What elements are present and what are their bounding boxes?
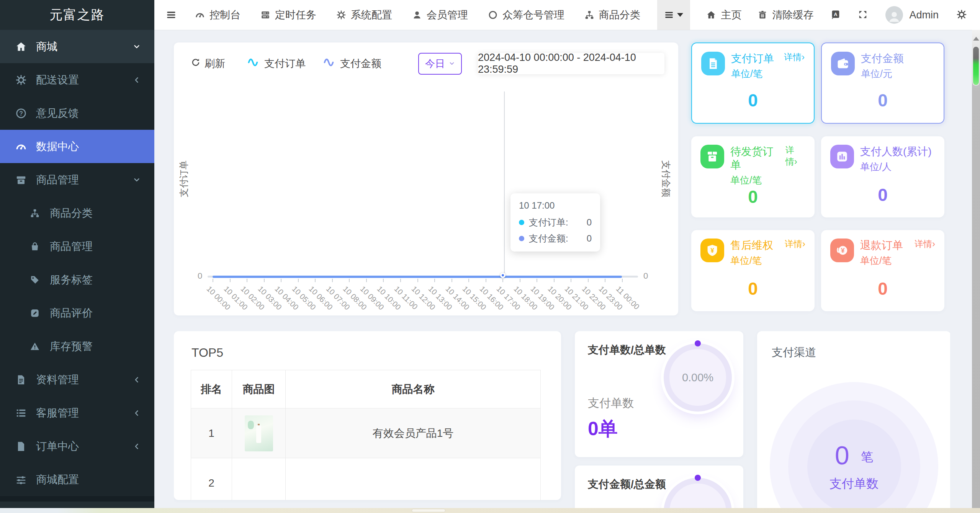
box-icon xyxy=(15,174,28,186)
top5-card: TOP5 排名商品图商品名称 1有效会员产品1号2 xyxy=(174,331,561,500)
translate-button[interactable]: A xyxy=(830,9,841,21)
hover-crosshair-line xyxy=(504,91,505,276)
nav-item-label: 商品分类 xyxy=(599,8,640,22)
sidebar-item-商城配置[interactable]: 商城配置 xyxy=(0,463,154,496)
home-link[interactable]: 主页 xyxy=(706,8,741,22)
shield-yen-icon: ¥ xyxy=(700,239,724,262)
horizontal-scrollbar-thumb[interactable] xyxy=(412,509,445,512)
sidebar-item-label: 商城 xyxy=(36,39,57,54)
content: 刷新 支付订单支付金额 今日 2024-04-10 00:00:00 - 202… xyxy=(154,30,972,513)
sidebar-item-数据中心[interactable]: 数据中心 xyxy=(0,130,154,163)
tooltip-series-value: 0 xyxy=(587,217,592,228)
refund-yen-icon: ¥ xyxy=(830,239,854,262)
stat-card-支付金额[interactable]: 支付金额单位/元0 xyxy=(821,42,944,124)
pay-count-ratio-card: 支付单数/总单数 0.00% 支付单数 0单 xyxy=(575,331,743,457)
home-icon xyxy=(15,41,28,52)
stat-unit: 单位/笔 xyxy=(730,174,805,186)
channel-ring-outer: 0 笔 支付单数 xyxy=(770,382,938,513)
name-cell xyxy=(286,458,541,500)
trash-icon xyxy=(757,10,767,20)
sidebar-item-库存预警[interactable]: 库存预警 xyxy=(0,330,154,363)
user-icon xyxy=(412,10,422,20)
nav-item-系统配置[interactable]: 系统配置 xyxy=(336,8,392,22)
detail-link[interactable]: 详情› xyxy=(781,52,805,63)
sidebar-item-配送设置[interactable]: 配送设置 xyxy=(0,63,154,96)
user-name: Admin xyxy=(909,9,939,21)
channel-ring-inner: 0 笔 支付单数 xyxy=(807,420,901,513)
sidebar-item-label: 配送设置 xyxy=(36,73,79,87)
hover-data-point xyxy=(500,273,506,278)
detail-link[interactable]: 详情› xyxy=(911,239,935,250)
settings-button[interactable] xyxy=(956,9,967,21)
sidebar-item-商品评价[interactable]: 商品评价 xyxy=(0,296,154,330)
top5-column-header: 商品图 xyxy=(232,370,286,408)
sidebar-toggle-button[interactable] xyxy=(154,10,188,20)
nav-item-众筹仓号管理[interactable]: 众筹仓号管理 xyxy=(488,8,564,22)
stat-card-待发货订单[interactable]: 待发货订单详情›单位/笔0 xyxy=(691,136,815,217)
sidebar-item-商品管理[interactable]: 商品管理 xyxy=(0,163,154,196)
gauge-donut: 0.00% xyxy=(662,342,733,413)
tooltip-series-value: 0 xyxy=(587,233,592,244)
x-axis-tick xyxy=(298,279,299,282)
sidebar-item-商品管理[interactable]: 商品管理 xyxy=(0,230,154,263)
sidebar-item-商城[interactable]: 商城 xyxy=(0,30,154,63)
channel-ring-middle: 0 笔 支付单数 xyxy=(788,400,920,513)
sidebar-item-label: 数据中心 xyxy=(36,139,79,154)
chevron-left-icon xyxy=(133,443,141,450)
fullscreen-button[interactable] xyxy=(858,10,868,21)
sidebar-item-服务标签[interactable]: 服务标签 xyxy=(0,263,154,296)
circle-icon xyxy=(488,10,498,20)
detail-link[interactable]: 详情› xyxy=(782,239,805,250)
home-icon xyxy=(706,10,716,20)
edit-icon xyxy=(28,308,41,318)
top-nav-menu: 控制台定时任务系统配置会员管理众筹仓号管理商品分类 xyxy=(195,8,640,22)
vertical-scrollbar[interactable] xyxy=(972,30,980,513)
nav-overflow-dropdown-button[interactable] xyxy=(657,0,690,30)
nav-item-控制台[interactable]: 控制台 xyxy=(195,8,241,22)
nav-item-定时任务[interactable]: 定时任务 xyxy=(260,8,316,22)
clear-cache-link[interactable]: 清除缓存 xyxy=(757,8,813,22)
bag-icon xyxy=(28,242,41,252)
list-icon xyxy=(15,407,28,419)
caret-down-icon xyxy=(677,13,683,17)
nav-item-label: 会员管理 xyxy=(427,8,468,22)
stat-card-退款订单[interactable]: ¥退款订单详情›单位/笔0 xyxy=(821,230,944,311)
svg-text:¥: ¥ xyxy=(841,247,845,254)
tooltip-row: 支付订单:0 xyxy=(519,216,592,229)
stat-unit: 单位/笔 xyxy=(730,254,805,267)
horizontal-scrollbar[interactable] xyxy=(0,508,980,513)
x-axis-tick xyxy=(486,279,486,282)
top5-column-header: 排名 xyxy=(191,370,232,408)
top5-title: TOP5 xyxy=(191,346,544,360)
chevron-left-icon xyxy=(133,76,141,84)
vertical-scrollbar-thumb[interactable] xyxy=(973,47,979,85)
x-axis-tick xyxy=(502,279,503,282)
nav-item-label: 定时任务 xyxy=(275,8,316,22)
gears-icon xyxy=(15,74,28,86)
image-cell xyxy=(232,408,286,458)
scroll-up-arrow-icon[interactable] xyxy=(973,37,979,41)
user-menu[interactable]: Admin xyxy=(885,6,939,24)
x-axis-tick xyxy=(281,279,281,282)
rank-cell: 2 xyxy=(191,458,232,500)
gauge-donut: 0.00% xyxy=(662,476,733,513)
pay-amount-ratio-card: 支付金额/总金额 0.00% xyxy=(575,466,743,513)
stat-card-售后维权[interactable]: ¥售后维权详情›单位/笔0 xyxy=(691,230,815,311)
sidebar-item-订单中心[interactable]: 订单中心 xyxy=(0,430,154,463)
sidebar-item-意见反馈[interactable]: ?意见反馈 xyxy=(0,96,154,130)
pay-channel-title: 支付渠道 xyxy=(772,345,816,360)
stat-card-支付订单[interactable]: 支付订单详情›单位/笔0 xyxy=(691,42,815,124)
sidebar-item-label: 资料管理 xyxy=(36,372,79,387)
nav-item-商品分类[interactable]: 商品分类 xyxy=(584,8,640,22)
channel-label: 支付单数 xyxy=(829,475,879,492)
gauge-marker-dot xyxy=(695,475,701,481)
nav-item-会员管理[interactable]: 会员管理 xyxy=(412,8,468,22)
sidebar-item-客服管理[interactable]: 客服管理 xyxy=(0,396,154,430)
stat-title: 退款订单 xyxy=(860,239,903,252)
stat-card-支付人数(累计)[interactable]: 支付人数(累计)单位/人0 xyxy=(821,136,944,217)
main-area: 控制台定时任务系统配置会员管理众筹仓号管理商品分类 主页 清除缓存 A Admi… xyxy=(154,0,980,513)
detail-link[interactable]: 详情› xyxy=(782,145,805,168)
x-axis-tick xyxy=(452,279,452,282)
sidebar-item-资料管理[interactable]: 资料管理 xyxy=(0,363,154,396)
sidebar-item-商品分类[interactable]: 商品分类 xyxy=(0,196,154,230)
